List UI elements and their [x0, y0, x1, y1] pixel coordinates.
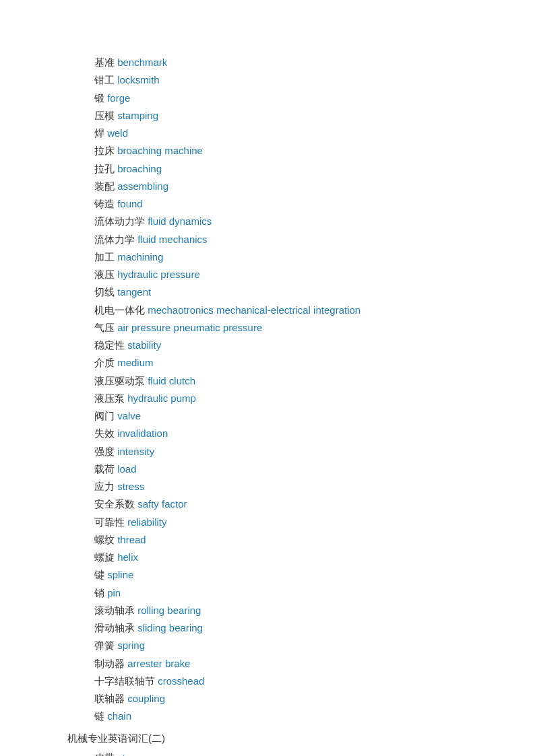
vocab-list-section1: 基准 benchmark钳工 locksmith锻 forge压模 stampi… — [94, 54, 495, 726]
list-item: 稳定性 stability — [94, 337, 495, 354]
zh-text: 切线 — [94, 286, 117, 298]
list-item: 液压驱动泵 fluid clutch — [94, 372, 495, 390]
zh-text: 介质 — [94, 357, 117, 368]
zh-text: 强度 — [94, 446, 117, 457]
en-text: broaching — [117, 163, 162, 174]
en-text: rolling bearing — [137, 605, 201, 616]
en-text: tangent — [117, 286, 151, 298]
en-text: invalidation — [117, 427, 168, 439]
en-text: hydraulic pump — [127, 392, 196, 404]
en-text: valve — [117, 410, 141, 421]
list-item: 机电一体化 mechaotronics mechanical-electrica… — [94, 302, 495, 319]
en-text: arrester brake — [127, 658, 190, 669]
list-item: 销 pin — [94, 584, 495, 602]
list-item: 装配 assembling — [94, 178, 495, 195]
en-text: forge — [107, 92, 130, 104]
list-item: 键 spline — [94, 566, 495, 584]
zh-text: 销 — [94, 587, 107, 598]
list-item: 钳工 locksmith — [94, 71, 495, 89]
list-item: 皮带 strap — [94, 749, 495, 756]
zh-text: 链 — [94, 710, 107, 722]
list-item: 安全系数 safty factor — [94, 495, 495, 513]
list-item: 弹簧 spring — [94, 637, 495, 654]
list-item: 介质 medium — [94, 354, 495, 372]
list-item: 切线 tangent — [94, 283, 495, 301]
en-text: stability — [127, 339, 161, 351]
list-item: 阀门 valve — [94, 407, 495, 425]
zh-text: 铸造 — [94, 198, 117, 209]
vocab-list-section2: 皮带 strap精加工 finish machining粗加工 rough ma… — [94, 749, 495, 756]
en-text: intensity — [117, 446, 154, 457]
zh-text: 加工 — [94, 251, 117, 263]
zh-text: 液压泵 — [94, 392, 127, 404]
list-item: 流体动力学 fluid dynamics — [94, 213, 495, 230]
en-text: reliability — [127, 516, 166, 528]
en-text: pin — [107, 587, 121, 598]
list-item: 铸造 found — [94, 195, 495, 213]
en-text: weld — [107, 127, 128, 139]
en-text: mechaotronics mechanical-electrical inte… — [148, 304, 360, 316]
zh-text: 螺旋 — [94, 551, 117, 563]
zh-text: 载荷 — [94, 463, 117, 475]
zh-text: 机电一体化 — [94, 304, 148, 316]
zh-text: 流体力学 — [94, 234, 137, 245]
list-item: 制动器 arrester brake — [94, 655, 495, 673]
zh-text: 液压驱动泵 — [94, 375, 148, 386]
list-item: 基准 benchmark — [94, 54, 495, 71]
zh-text: 拉床 — [94, 145, 117, 156]
en-text: air pressure pneumatic pressure — [117, 322, 262, 333]
en-text: crosshead — [158, 675, 204, 687]
en-text: stamping — [117, 110, 158, 121]
zh-text: 装配 — [94, 180, 117, 192]
list-item: 加工 machining — [94, 248, 495, 266]
en-text: hydraulic pressure — [117, 269, 200, 280]
en-text: machining — [117, 251, 163, 263]
list-item: 滚动轴承 rolling bearing — [94, 602, 495, 619]
list-item: 液压 hydraulic pressure — [94, 266, 495, 283]
section2-title: 机械专业英语词汇(二) — [67, 730, 495, 747]
zh-text: 稳定性 — [94, 339, 127, 351]
en-text: fluid mechanics — [137, 234, 207, 245]
zh-text: 安全系数 — [94, 498, 137, 510]
zh-text: 皮带 — [94, 752, 117, 756]
en-text: thread — [117, 534, 146, 545]
list-item: 拉孔 broaching — [94, 160, 495, 178]
en-text: medium — [117, 357, 153, 368]
zh-text: 可靠性 — [94, 516, 127, 528]
zh-text: 压模 — [94, 110, 117, 121]
en-text: fluid clutch — [148, 375, 195, 386]
list-item: 滑动轴承 sliding bearing — [94, 619, 495, 637]
en-text: sliding bearing — [137, 622, 203, 633]
list-item: 联轴器 coupling — [94, 690, 495, 708]
zh-text: 联轴器 — [94, 693, 127, 704]
list-item: 螺旋 helix — [94, 549, 495, 566]
en-text: stress — [117, 481, 144, 492]
en-text: spring — [117, 640, 145, 651]
zh-text: 基准 — [94, 57, 117, 68]
list-item: 流体力学 fluid mechanics — [94, 231, 495, 248]
list-item: 可靠性 reliability — [94, 514, 495, 531]
en-text: locksmith — [117, 74, 160, 85]
zh-text: 锻 — [94, 92, 107, 104]
zh-text: 流体动力学 — [94, 215, 148, 227]
zh-text: 液压 — [94, 269, 117, 280]
list-item: 链 chain — [94, 708, 495, 725]
en-text: assembling — [117, 180, 168, 192]
en-text: coupling — [127, 693, 165, 704]
list-item: 螺纹 thread — [94, 531, 495, 549]
list-item: 应力 stress — [94, 478, 495, 495]
en-text: load — [117, 463, 136, 475]
en-text: fluid dynamics — [148, 215, 212, 227]
zh-text: 阀门 — [94, 410, 117, 421]
en-text: found — [117, 198, 143, 209]
zh-text: 弹簧 — [94, 640, 117, 651]
list-item: 拉床 broaching machine — [94, 142, 495, 160]
zh-text: 失效 — [94, 427, 117, 439]
list-item: 十字结联轴节 crosshead — [94, 673, 495, 690]
en-text: chain — [107, 710, 131, 722]
list-item: 强度 intensity — [94, 443, 495, 460]
list-item: 失效 invalidation — [94, 425, 495, 442]
en-text: broaching machine — [117, 145, 203, 156]
zh-text: 滑动轴承 — [94, 622, 137, 633]
zh-text: 气压 — [94, 322, 117, 333]
